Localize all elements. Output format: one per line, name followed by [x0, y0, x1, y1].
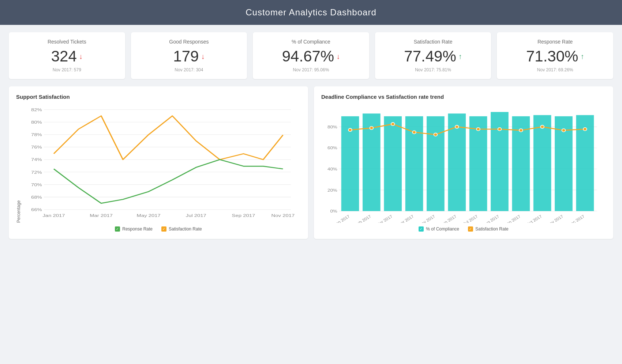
svg-text:40%: 40% [327, 167, 337, 172]
legend-compliance: ✓ % of Compliance [419, 226, 459, 232]
legend-sat-rate-icon: ✓ [468, 226, 473, 232]
legend-response-rate: ✓ Response Rate [115, 226, 153, 232]
svg-point-56 [562, 129, 566, 132]
svg-point-47 [370, 127, 374, 130]
kpi-card-response-rate: Response Rate 71.30% ↑ Nov 2017: 69.26% [497, 32, 613, 79]
legend-satisfaction-rate-label: Satisfaction Rate [169, 226, 202, 232]
svg-text:Apr 2017: Apr 2017 [397, 214, 415, 223]
kpi-number: 94.67% [282, 48, 334, 65]
kpi-label: % of Compliance [260, 39, 362, 45]
svg-point-57 [583, 128, 587, 131]
svg-rect-41 [491, 112, 509, 211]
arrow-down-icon: ↓ [201, 52, 205, 61]
kpi-prev: Nov 2017: 75.81% [382, 67, 484, 72]
bar-chart-area: 80% 60% 40% 20% 0% [321, 106, 606, 223]
left-chart-card: Support Satisfaction Percentage 82% [9, 86, 308, 239]
svg-text:Nov 2017: Nov 2017 [271, 213, 295, 218]
kpi-value: 77.49% ↑ [382, 48, 484, 65]
svg-text:Sep 2017: Sep 2017 [503, 214, 521, 223]
svg-point-55 [540, 125, 544, 128]
svg-text:80%: 80% [31, 120, 42, 125]
kpi-number: 71.30% [526, 48, 578, 65]
svg-text:20%: 20% [327, 188, 337, 192]
svg-text:Feb 2017: Feb 2017 [354, 214, 372, 223]
left-chart-title: Support Satisfaction [16, 94, 301, 100]
svg-text:May 2017: May 2017 [137, 213, 161, 218]
svg-text:Aug 2017: Aug 2017 [482, 214, 500, 223]
kpi-label: Good Responses [138, 39, 240, 45]
arrow-up-icon: ↑ [458, 52, 462, 61]
svg-text:80%: 80% [327, 125, 337, 130]
svg-rect-43 [533, 115, 551, 211]
kpi-prev: Nov 2017: 69.26% [504, 67, 606, 72]
kpi-card-resolved-tickets: Resolved Tickets 324 ↓ Nov 2017: 579 [9, 32, 125, 79]
svg-point-51 [455, 125, 459, 128]
svg-point-48 [391, 123, 395, 126]
kpi-card-satisfaction-rate: Satisfaction Rate 77.49% ↑ Nov 2017: 75.… [375, 32, 491, 79]
svg-point-52 [476, 128, 480, 131]
svg-text:78%: 78% [31, 132, 42, 137]
kpi-prev: Nov 2017: 579 [16, 67, 118, 72]
svg-rect-36 [384, 116, 402, 211]
kpi-prev: Nov 2017: 95.06% [260, 67, 362, 72]
kpi-row: Resolved Tickets 324 ↓ Nov 2017: 579 Goo… [0, 25, 622, 86]
svg-text:Jul 2017: Jul 2017 [186, 213, 206, 218]
svg-text:Sep 2017: Sep 2017 [232, 213, 255, 218]
left-chart-legend: ✓ Response Rate ✓ Satisfaction Rate [16, 226, 301, 232]
legend-response-rate-label: Response Rate [122, 226, 153, 232]
svg-rect-38 [427, 116, 445, 211]
svg-text:60%: 60% [327, 146, 337, 150]
dashboard-title: Customer Analytics Dashboard [246, 7, 376, 17]
kpi-label: Satisfaction Rate [382, 39, 484, 45]
legend-sat-rate-label: Satisfaction Rate [475, 226, 509, 232]
svg-text:Mar 2017: Mar 2017 [375, 214, 393, 223]
svg-text:Jan 2017: Jan 2017 [333, 214, 351, 223]
charts-row: Support Satisfaction Percentage 82% [0, 86, 622, 248]
kpi-card-good-responses: Good Responses 179 ↓ Nov 2017: 304 [131, 32, 247, 79]
legend-compliance-icon: ✓ [419, 226, 424, 232]
right-chart-title: Deadline Compliance vs Satisfaction rate… [321, 94, 606, 100]
right-chart-card: Deadline Compliance vs Satisfaction rate… [314, 86, 613, 239]
kpi-number: 77.49% [404, 48, 456, 65]
svg-text:68%: 68% [31, 195, 42, 199]
arrow-down-icon: ↓ [336, 52, 340, 61]
svg-text:66%: 66% [31, 207, 42, 212]
kpi-card-compliance: % of Compliance 94.67% ↓ Nov 2017: 95.06… [253, 32, 369, 79]
kpi-value: 179 ↓ [138, 48, 240, 65]
line-chart-area: 82% 80% 78% 76% 74% 72% 70% 68% 66% Jan … [24, 106, 301, 223]
svg-text:76%: 76% [31, 145, 42, 150]
svg-point-50 [434, 133, 438, 136]
right-chart-legend: ✓ % of Compliance ✓ Satisfaction Rate [321, 226, 606, 232]
svg-text:Jun 2017: Jun 2017 [440, 214, 457, 223]
legend-satisfaction-rate: ✓ Satisfaction Rate [161, 226, 202, 232]
legend-response-rate-icon: ✓ [115, 226, 120, 232]
arrow-up-icon: ↑ [580, 52, 584, 61]
svg-text:May 2017: May 2017 [417, 214, 436, 223]
legend-satisfaction-rate-icon: ✓ [161, 226, 166, 232]
kpi-prev: Nov 2017: 304 [138, 67, 240, 72]
svg-text:70%: 70% [31, 182, 42, 187]
svg-text:74%: 74% [31, 157, 42, 162]
arrow-down-icon: ↓ [79, 52, 83, 61]
svg-text:0%: 0% [330, 209, 337, 214]
dashboard-header: Customer Analytics Dashboard [0, 0, 622, 25]
kpi-value: 94.67% ↓ [260, 48, 362, 65]
kpi-label: Resolved Tickets [16, 39, 118, 45]
kpi-label: Response Rate [504, 39, 606, 45]
kpi-value: 324 ↓ [16, 48, 118, 65]
svg-text:82%: 82% [31, 107, 42, 112]
svg-text:Jul 2017: Jul 2017 [462, 214, 479, 223]
svg-text:Oct 2017: Oct 2017 [525, 214, 543, 223]
svg-point-53 [498, 128, 502, 131]
svg-text:Mar 2017: Mar 2017 [90, 213, 113, 218]
svg-text:Jan 2017: Jan 2017 [42, 213, 65, 218]
kpi-number: 324 [51, 48, 77, 65]
svg-text:72%: 72% [31, 170, 42, 175]
kpi-value: 71.30% ↑ [504, 48, 606, 65]
svg-point-49 [412, 131, 416, 134]
svg-point-54 [519, 129, 523, 132]
bar-chart-svg: 80% 60% 40% 20% 0% [321, 106, 606, 223]
legend-sat-rate: ✓ Satisfaction Rate [468, 226, 509, 232]
kpi-number: 179 [173, 48, 199, 65]
svg-point-46 [348, 128, 352, 132]
